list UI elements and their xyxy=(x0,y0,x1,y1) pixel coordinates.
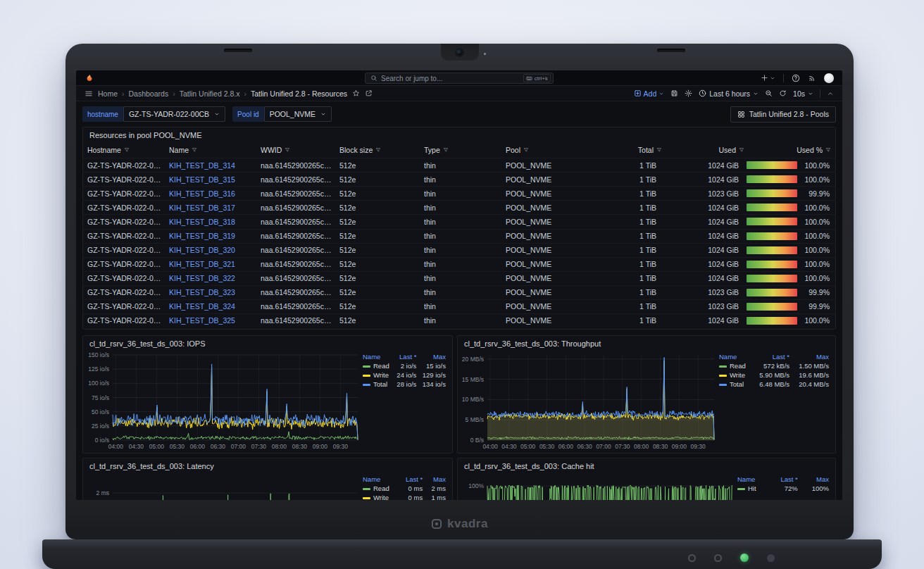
cell-total: 1 TiB xyxy=(590,189,662,198)
cell-name-link[interactable]: KIH_TEST_DB_318 xyxy=(169,218,261,226)
column-header-total[interactable]: Total xyxy=(590,146,662,154)
chart-canvas[interactable]: 04:0004:3005:0005:3006:0006:3007:0007:30… xyxy=(459,351,717,451)
used-pct-bar xyxy=(747,232,797,240)
cell-name-link[interactable]: KIH_TEST_DB_323 xyxy=(169,288,261,296)
chart-canvas[interactable]: 04:0004:3005:0005:3006:0006:3007:0007:30… xyxy=(85,351,361,451)
search-shortcut-text: ctrl+k xyxy=(535,75,548,82)
cell-name-link[interactable]: KIH_TEST_DB_322 xyxy=(169,274,261,282)
svg-text:08:30: 08:30 xyxy=(653,443,668,450)
pools-button-label: Tatlin Unified 2.8 - Pools xyxy=(749,110,829,118)
legend-header-max[interactable]: Max xyxy=(800,475,831,484)
legend-series-name[interactable]: Write xyxy=(373,371,389,379)
legend-header-last[interactable]: Last * xyxy=(399,475,425,484)
filter-icon[interactable] xyxy=(375,147,381,153)
legend-series-name[interactable]: Read xyxy=(373,484,389,492)
chevron-down-icon xyxy=(320,111,326,117)
collapse-toolbar-icon[interactable] xyxy=(827,90,834,97)
filter-icon[interactable] xyxy=(825,147,831,153)
filter-icon[interactable] xyxy=(739,147,744,153)
breadcrumb-item[interactable]: Tatlin Unified 2.8.x xyxy=(180,89,240,98)
chart-plot-area[interactable]: 2 ms xyxy=(85,473,361,500)
legend-series-name[interactable]: Write xyxy=(373,494,389,500)
breadcrumb-item[interactable]: Home xyxy=(98,89,118,98)
chart-plot-area[interactable]: 04:0004:3005:0005:3006:0006:3007:0007:30… xyxy=(85,351,361,451)
column-header-hostname[interactable]: Hostname xyxy=(87,146,169,154)
refresh-interval-picker[interactable]: 10s xyxy=(793,89,813,98)
cell-name-link[interactable]: KIH_TEST_DB_314 xyxy=(169,161,261,170)
column-header-used[interactable]: Used % xyxy=(744,146,831,154)
search-input[interactable]: Search or jump to... ctrl+k xyxy=(365,73,554,84)
variable-value-dropdown[interactable]: GZ-TS-YADR-022-00CB xyxy=(123,106,225,122)
variable-label: hostname xyxy=(82,106,123,122)
legend-series-name[interactable]: Total xyxy=(730,380,744,388)
filter-icon[interactable] xyxy=(656,147,662,153)
user-avatar[interactable] xyxy=(824,73,834,83)
legend-header-name[interactable]: Name xyxy=(735,475,769,484)
cell-name-link[interactable]: KIH_TEST_DB_325 xyxy=(169,316,261,325)
star-icon[interactable] xyxy=(352,89,360,97)
cell-name-link[interactable]: KIH_TEST_DB_319 xyxy=(169,232,261,240)
legend-header-max[interactable]: Max xyxy=(792,352,831,361)
cell-used: 1024 GiB xyxy=(662,246,744,254)
chart-plot-area[interactable]: 100% xyxy=(459,473,735,500)
cell-used-pct: 100.0% xyxy=(744,316,831,325)
legend-series-name[interactable]: Total xyxy=(373,380,387,388)
legend-header-max[interactable]: Max xyxy=(425,475,448,484)
filter-icon[interactable] xyxy=(192,147,197,153)
legend-header-last[interactable]: Last * xyxy=(752,352,792,361)
news-icon[interactable] xyxy=(808,74,816,82)
cell-hostname: GZ-TS-YADR-022-00CB xyxy=(87,288,169,296)
save-dashboard-icon[interactable] xyxy=(670,89,678,97)
cell-name-link[interactable]: KIH_TEST_DB_317 xyxy=(169,204,261,212)
filter-icon[interactable] xyxy=(124,147,130,153)
chart-body: 04:0004:3005:0005:3006:0006:3007:0007:30… xyxy=(83,351,452,453)
legend-header-last[interactable]: Last * xyxy=(769,475,800,484)
grafana-logo[interactable] xyxy=(85,73,94,83)
filter-icon[interactable] xyxy=(443,147,449,153)
variable-value-dropdown[interactable]: POOL_NVME xyxy=(264,106,332,122)
column-header-block-size[interactable]: Block size xyxy=(339,146,424,154)
legend-header-name[interactable]: Name xyxy=(361,352,393,361)
legend-series-name[interactable]: Write xyxy=(730,371,745,379)
dashboard-settings-icon[interactable] xyxy=(685,89,692,97)
legend-header-last[interactable]: Last * xyxy=(393,352,418,361)
legend-header-name[interactable]: Name xyxy=(361,475,399,484)
legend-header-name[interactable]: Name xyxy=(717,352,752,361)
table-row: GZ-TS-YADR-022-00CBKIH_TEST_DB_323naa.61… xyxy=(83,285,835,299)
clock-icon xyxy=(699,89,706,97)
legend-series-name[interactable]: Read xyxy=(730,362,746,370)
column-header-pool[interactable]: Pool xyxy=(506,146,590,154)
share-icon[interactable] xyxy=(365,89,373,97)
legend-series-name[interactable]: Hit xyxy=(748,484,756,492)
chart-canvas[interactable]: 2 ms xyxy=(85,473,361,500)
legend-header-max[interactable]: Max xyxy=(418,352,448,361)
table-row: GZ-TS-YADR-022-00CBKIH_TEST_DB_319naa.61… xyxy=(83,229,835,243)
add-button[interactable]: Add xyxy=(634,89,665,98)
webcam-led xyxy=(484,53,486,55)
legend-max-value: 134 io/s xyxy=(418,380,448,389)
cell-name-link[interactable]: KIH_TEST_DB_324 xyxy=(169,302,261,311)
chart-plot-area[interactable]: 04:0004:3005:0005:3006:0006:3007:0007:30… xyxy=(459,351,717,451)
help-icon[interactable] xyxy=(792,74,800,82)
svg-text:08:00: 08:00 xyxy=(634,443,649,450)
menu-icon[interactable] xyxy=(85,89,93,98)
cell-name-link[interactable]: KIH_TEST_DB_316 xyxy=(169,189,261,198)
filter-icon[interactable] xyxy=(285,147,290,153)
new-menu-button[interactable] xyxy=(761,74,775,82)
pools-dashboard-link[interactable]: Tatlin Unified 2.8 - Pools xyxy=(730,106,836,123)
breadcrumb-item[interactable]: Dashboards xyxy=(129,89,169,98)
column-header-wwid[interactable]: WWID xyxy=(261,146,339,154)
filter-icon[interactable] xyxy=(523,147,529,153)
cell-name-link[interactable]: KIH_TEST_DB_320 xyxy=(169,246,261,254)
legend-series-name[interactable]: Read xyxy=(373,362,389,370)
cell-name-link[interactable]: KIH_TEST_DB_315 xyxy=(169,175,261,184)
cell-name-link[interactable]: KIH_TEST_DB_321 xyxy=(169,260,261,268)
chart-canvas[interactable]: 100% xyxy=(459,473,735,500)
time-range-picker[interactable]: Last 6 hours xyxy=(699,89,758,98)
column-header-name[interactable]: Name xyxy=(169,146,261,154)
column-header-type[interactable]: Type xyxy=(424,146,506,154)
used-pct-text: 100.0% xyxy=(801,175,830,184)
refresh-icon[interactable] xyxy=(779,89,787,97)
column-header-used[interactable]: Used xyxy=(662,146,744,154)
zoom-out-icon[interactable] xyxy=(765,89,773,97)
